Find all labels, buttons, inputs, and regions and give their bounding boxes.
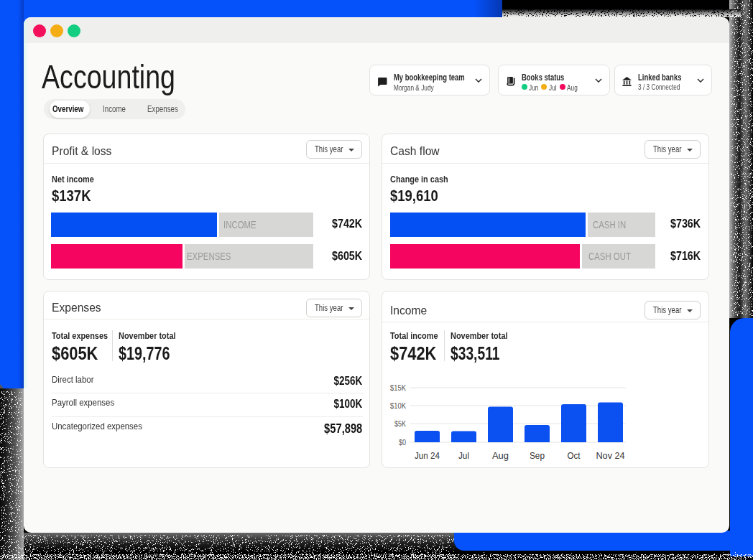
svg-text:Oct: Oct [568, 451, 581, 461]
svg-text:Jun 24: Jun 24 [415, 451, 440, 461]
svg-text:$0: $0 [399, 438, 406, 447]
svg-text:$5K: $5K [394, 419, 406, 428]
svg-text:Aug: Aug [492, 451, 509, 461]
svg-text:$10K: $10K [390, 401, 406, 410]
svg-text:$15K: $15K [390, 383, 406, 392]
svg-text:Sep: Sep [530, 451, 545, 461]
svg-text:Nov 24: Nov 24 [596, 451, 625, 461]
svg-text:Jul: Jul [458, 451, 469, 461]
